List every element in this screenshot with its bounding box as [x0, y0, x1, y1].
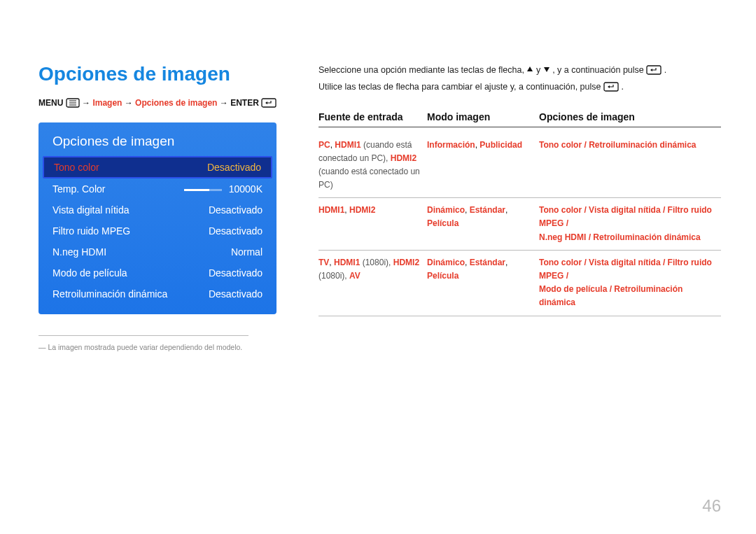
src-hdmi2: HDMI2 [393, 258, 419, 267]
opt: Tono color [539, 140, 582, 150]
src-hdmi2: HDMI2 [391, 153, 416, 163]
breadcrumb-arrow1: → [82, 98, 92, 108]
enter-icon [261, 98, 276, 110]
src-av: AV [349, 271, 360, 281]
mode: Dinámico [427, 258, 465, 267]
page-title: Opciones de imagen [38, 63, 284, 85]
breadcrumb: MENU → Imagen → Opciones de imagen → ENT… [38, 98, 284, 110]
th-modo: Modo imagen [427, 111, 539, 122]
table-row: PC, HDMI1 (cuando está conectado un PC),… [318, 133, 721, 199]
opt-line: Modo de película / Retroiluminación diná… [539, 283, 721, 309]
th-fuente: Fuente de entrada [318, 111, 427, 122]
intro-l1c: , y a continuación pulse [552, 65, 646, 75]
src-hdmi1: HDMI1 [318, 205, 344, 215]
src-tv: TV [318, 258, 329, 267]
sep: / [582, 140, 589, 150]
opt-line: N.neg HDMI / Retroiluminación dinámica [539, 231, 721, 244]
cell-opciones: Tono color / Retroiluminación dinámica [539, 139, 721, 192]
osd-row[interactable]: Filtro ruido MPEG Desactivado [38, 220, 276, 241]
src-hdmi2: HDMI2 [349, 205, 375, 215]
mode: Estándar [470, 258, 505, 267]
osd-row[interactable]: N.neg HDMI Normal [38, 241, 276, 262]
mode: Película [427, 218, 458, 228]
src-hdmi1: HDMI1 [334, 258, 360, 267]
intro-text: Seleccione una opción mediante las tecla… [318, 63, 721, 97]
cell-opciones: Tono color / Vista digital nítida / Filt… [539, 204, 721, 244]
table-row: TV, HDMI1 (1080i), HDMI2 (1080i), AV Din… [318, 251, 721, 316]
osd-row-label: Tono color [54, 162, 99, 173]
osd-row-label: Retroiluminación dinámica [52, 288, 167, 300]
enter-icon [646, 67, 662, 77]
left-column: Opciones de imagen MENU → Imagen → Opcio… [38, 63, 284, 351]
osd-row-value: Desactivado [209, 288, 262, 300]
osd-row[interactable]: Temp. Color 10000K [38, 178, 276, 199]
sep: , [329, 258, 334, 267]
breadcrumb-opciones: Opciones de imagen [135, 98, 217, 108]
sep: , [465, 258, 470, 267]
slider-icon [184, 189, 222, 191]
breadcrumb-imagen: Imagen [92, 98, 122, 108]
osd-row[interactable]: Retroiluminación dinámica Desactivado [38, 283, 276, 304]
page-number: 46 [702, 496, 721, 516]
cell-modo: Dinámico, Estándar, Película [427, 204, 539, 244]
osd-row-value: Desactivado [207, 162, 261, 173]
footnote-divider [38, 335, 248, 336]
osd-row-label: Temp. Color [52, 183, 105, 195]
right-column: Seleccione una opción mediante las tecla… [318, 63, 721, 316]
intro-l2b: . [621, 82, 623, 92]
osd-row-label: N.neg HDMI [52, 246, 106, 258]
note: (1080i), [318, 271, 349, 281]
osd-row-value: 10000K [184, 183, 262, 195]
opt: Retroiluminación dinámica [589, 140, 696, 150]
osd-panel-title: Opciones de imagen [38, 122, 276, 156]
osd-row-label: Filtro ruido MPEG [52, 225, 130, 237]
mode: Información [427, 140, 475, 150]
osd-panel: Opciones de imagen Tono color Desactivad… [38, 122, 276, 314]
cell-fuente: TV, HDMI1 (1080i), HDMI2 (1080i), AV [318, 256, 427, 310]
intro-l2a: Utilice las teclas de flecha para cambia… [318, 82, 603, 92]
cell-fuente: HDMI1, HDMI2 [318, 204, 427, 244]
arrow-down-icon [543, 65, 550, 75]
cell-modo: Información, Publicidad [427, 139, 539, 192]
osd-row-value: Desactivado [209, 225, 262, 237]
osd-row-value: Normal [231, 246, 262, 258]
opt-line: Tono color / Vista digital nítida / Filt… [539, 204, 721, 230]
mode: Publicidad [479, 140, 522, 150]
intro-l1b: y [536, 65, 543, 75]
osd-row-value-text: 10000K [229, 183, 262, 195]
th-opciones: Opciones de imagen [539, 111, 721, 122]
footnote: ― La imagen mostrada puede variar depend… [38, 343, 284, 351]
table-header-row: Fuente de entrada Modo imagen Opciones d… [318, 111, 721, 127]
intro-line2: Utilice las teclas de flecha para cambia… [318, 80, 721, 97]
mode: Dinámico [427, 205, 465, 215]
mode: Película [427, 271, 458, 281]
src-hdmi1: HDMI1 [335, 140, 360, 150]
sep: , [505, 205, 507, 215]
sep: , [465, 205, 470, 215]
cell-modo: Dinámico, Estándar, Película [427, 256, 539, 310]
mode: Estándar [470, 205, 505, 215]
osd-row[interactable]: Modo de película Desactivado [38, 262, 276, 283]
osd-row-label: Modo de película [52, 267, 127, 279]
sep: , [505, 258, 507, 267]
intro-line1: Seleccione una opción mediante las tecla… [318, 63, 721, 80]
breadcrumb-arrow3: → [220, 98, 230, 108]
enter-icon [603, 84, 619, 94]
osd-row-selected[interactable]: Tono color Desactivado [43, 156, 272, 178]
table-row: HDMI1, HDMI2 Dinámico, Estándar, Películ… [318, 198, 721, 251]
cell-opciones: Tono color / Vista digital nítida / Filt… [539, 256, 721, 310]
note: (cuando está conectado un PC) [318, 167, 420, 190]
page: Opciones de imagen MENU → Imagen → Opcio… [0, 0, 756, 534]
menu-icon [66, 98, 80, 110]
note: (1080i), [360, 258, 393, 267]
sep: , [344, 205, 349, 215]
breadcrumb-arrow2: → [125, 98, 135, 108]
osd-row[interactable]: Vista digital nítida Desactivado [38, 199, 276, 220]
opt-line: Tono color / Vista digital nítida / Filt… [539, 256, 721, 283]
intro-l1d: . [664, 65, 666, 75]
intro-l1a: Seleccione una opción mediante las tecla… [318, 65, 526, 75]
cell-fuente: PC, HDMI1 (cuando está conectado un PC),… [318, 139, 427, 192]
osd-row-label: Vista digital nítida [52, 204, 129, 216]
osd-row-value: Desactivado [209, 267, 262, 279]
breadcrumb-menu: MENU [38, 98, 63, 108]
